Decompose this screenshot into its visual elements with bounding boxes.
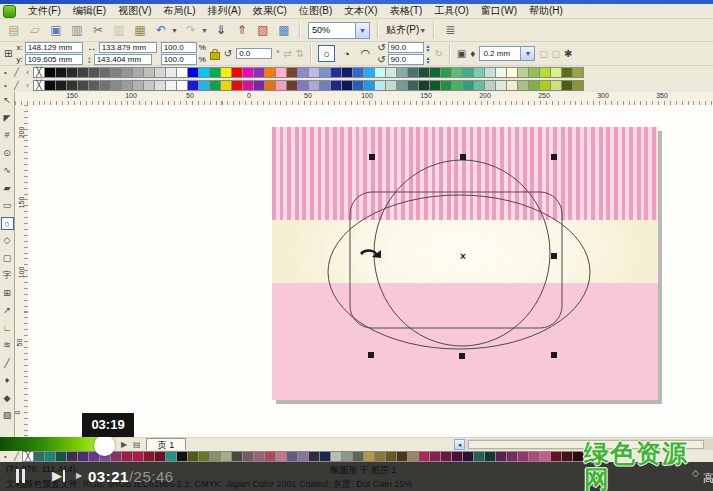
end-angle-field[interactable]: 90.0	[388, 54, 424, 65]
color-swatch[interactable]	[572, 451, 584, 462]
export-icon[interactable]: ⇑	[234, 22, 250, 38]
tool-outline-pen[interactable]: ♦	[1, 374, 14, 387]
tool-zoom[interactable]: ⊙	[1, 147, 14, 160]
application-launcher-icon[interactable]: ▧	[255, 22, 271, 38]
artwork-rectangle[interactable]	[272, 127, 658, 400]
palette-option-icon[interactable]: •	[0, 452, 11, 461]
save-icon[interactable]: ▣	[48, 22, 64, 38]
menu-item-10[interactable]: 窗口(W)	[475, 4, 523, 18]
menu-item-9[interactable]: 工具(O)	[428, 4, 474, 18]
new-document-icon[interactable]: ▤	[6, 22, 22, 38]
horizontal-ruler[interactable]: 15010050050100150200250300350	[15, 92, 713, 106]
menu-item-8[interactable]: 表格(T)	[384, 4, 429, 18]
cut-icon[interactable]: ✂	[90, 22, 106, 38]
menu-item-3[interactable]: 布局(L)	[157, 4, 201, 18]
pause-icon[interactable]	[16, 469, 28, 483]
rotation-angle-field[interactable]: 0.0	[236, 48, 272, 59]
start-angle-field[interactable]: 90.0	[388, 42, 424, 53]
wrap-text-icon[interactable]: ◻	[539, 48, 547, 59]
to-front-icon[interactable]: ▣	[457, 48, 466, 59]
mirror-horizontal-icon[interactable]: ⇄	[283, 48, 291, 59]
tool-connector[interactable]: ∟	[1, 322, 14, 335]
eyedropper-icon[interactable]: ╱	[11, 68, 22, 77]
lock-ratio-icon[interactable]	[210, 52, 220, 60]
print-icon[interactable]: ▥	[69, 22, 85, 38]
menu-item-1[interactable]: 编辑(E)	[67, 4, 112, 18]
eyedropper-icon[interactable]: ╱	[11, 452, 22, 461]
eyedropper-icon[interactable]: ╱	[11, 81, 22, 90]
tool-ellipse[interactable]: ○	[1, 217, 14, 230]
redo-icon[interactable]: ↷	[183, 22, 199, 38]
color-swatch[interactable]	[572, 80, 584, 91]
menu-item-11[interactable]: 帮助(H)	[523, 4, 569, 18]
zoom-level-value: 50%	[309, 25, 355, 35]
color-swatch[interactable]	[572, 67, 584, 78]
pie-mode-button[interactable]: ◔	[339, 46, 354, 61]
chevron-down-icon[interactable]: ▼	[171, 27, 178, 34]
copy-icon[interactable]: ▥	[111, 22, 127, 38]
tool-table[interactable]: ⊞	[1, 287, 14, 300]
spinner-icon[interactable]: ▲▼	[426, 56, 431, 64]
snap-to-dropdown[interactable]: 贴齐(P) ▼	[386, 23, 426, 37]
open-folder-icon[interactable]: ▱	[27, 22, 43, 38]
tool-freehand[interactable]: ∿	[1, 164, 14, 177]
video-progress-bar[interactable]	[0, 437, 104, 451]
tool-interactive-fill[interactable]: ▨	[1, 409, 14, 422]
import-icon[interactable]: ⇓	[213, 22, 229, 38]
y-position-field[interactable]: 109.605 mm	[25, 54, 83, 65]
palette-scroll-left-icon[interactable]: ‹	[22, 68, 33, 77]
arc-mode-button[interactable]: ◠	[358, 46, 373, 61]
tool-dimension[interactable]: ↗	[1, 304, 14, 317]
options-icon[interactable]: ≣	[442, 22, 458, 38]
welcome-screen-icon[interactable]: ▩	[276, 22, 292, 38]
paste-icon[interactable]: ▦	[132, 22, 148, 38]
object-width-field[interactable]: 133.879 mm	[99, 42, 157, 53]
change-direction-icon[interactable]: ↻	[434, 48, 442, 59]
outline-width-combo[interactable]: 0.2 mm ▼	[479, 46, 535, 61]
tool-text[interactable]: 字	[1, 269, 14, 282]
menu-item-2[interactable]: 视图(V)	[112, 4, 157, 18]
menu-item-7[interactable]: 文本(X)	[338, 4, 383, 18]
menu-item-4[interactable]: 排列(A)	[202, 4, 247, 18]
palette-scroll-left-icon[interactable]: ‹	[22, 81, 33, 90]
horizontal-scrollbar[interactable]	[466, 439, 713, 450]
tool-basic-shapes[interactable]: ▢	[1, 252, 14, 265]
palette-option-icon[interactable]: •	[0, 68, 11, 77]
tool-polygon[interactable]: ◇	[1, 234, 14, 247]
menu-item-0[interactable]: 文件(F)	[22, 4, 67, 18]
x-position-field[interactable]: 148.129 mm	[25, 42, 83, 53]
menu-item-6[interactable]: 位图(B)	[293, 4, 338, 18]
tool-eyedropper[interactable]: ╱	[1, 357, 14, 370]
menu-item-5[interactable]: 效果(C)	[247, 4, 293, 18]
spinner-icon[interactable]: ▲▼	[426, 44, 431, 52]
settings-icon[interactable]: ✱	[564, 48, 572, 59]
menu-bar: 文件(F)编辑(E)视图(V)布局(L)排列(A)效果(C)位图(B)文本(X)…	[0, 4, 713, 19]
undo-icon[interactable]: ↶	[153, 22, 169, 38]
palette-option-icon[interactable]: •	[0, 81, 11, 90]
object-height-field[interactable]: 143.404 mm	[94, 54, 152, 65]
mirror-vertical-icon[interactable]: ⇅	[296, 48, 304, 59]
chevron-down-icon[interactable]: ▼	[355, 23, 369, 38]
tool-shape[interactable]: ◤	[1, 112, 14, 125]
add-page-icon[interactable]: ▤	[133, 440, 141, 449]
tool-rectangle[interactable]: ▭	[1, 199, 14, 212]
tool-fill[interactable]: ◆	[1, 392, 14, 405]
vertical-ruler[interactable]: 200150100500	[15, 105, 29, 437]
convert-icon[interactable]: ◻	[552, 48, 560, 59]
scale-h-field[interactable]: 100.0	[161, 42, 197, 53]
tool-crop[interactable]: #	[1, 129, 14, 142]
video-playhead[interactable]	[94, 435, 115, 456]
tool-pick[interactable]: ↖	[1, 94, 14, 107]
tool-smart-fill[interactable]: ▰	[1, 182, 14, 195]
next-track-icon[interactable]: ▶	[52, 468, 65, 483]
scroll-left-icon[interactable]: ◂	[454, 439, 465, 450]
horizontal-scrollbar-thumb[interactable]	[468, 440, 704, 449]
play-mini-icon[interactable]: ▶	[76, 471, 82, 480]
zoom-level-combo[interactable]: 50% ▼	[308, 22, 370, 39]
ellipse-mode-button[interactable]: ○	[318, 45, 335, 62]
next-page-icon[interactable]: ▶	[121, 440, 127, 449]
chevron-down-icon[interactable]: ▼	[201, 27, 208, 34]
tool-blend[interactable]: ≋	[1, 339, 14, 352]
scale-v-field[interactable]: 100.0	[161, 54, 197, 65]
chevron-down-icon[interactable]: ▼	[520, 47, 534, 60]
